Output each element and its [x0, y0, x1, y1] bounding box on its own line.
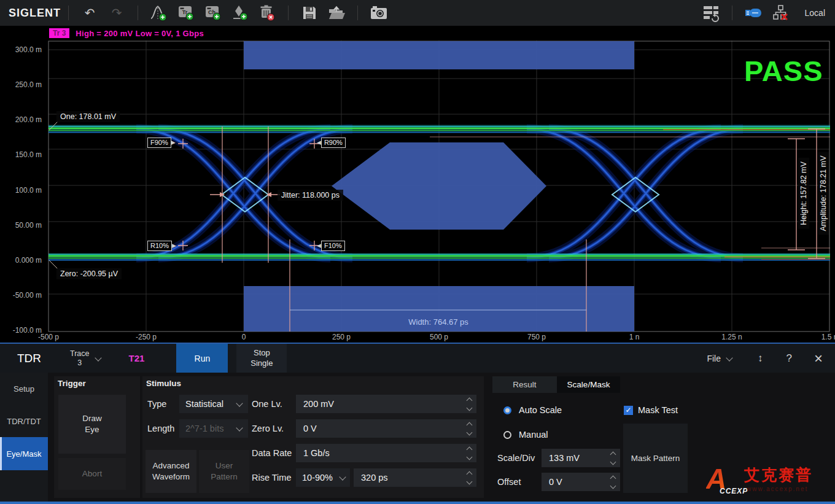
marker-f90-label: F90% — [147, 138, 171, 148]
trace-name[interactable]: T21 — [129, 353, 145, 363]
offset-input[interactable]: 0 V — [542, 473, 620, 491]
y-tick-label: 250.0 m — [0, 80, 42, 90]
add-waveform-button[interactable] — [149, 3, 169, 23]
add-trace-button[interactable]: Tr — [176, 3, 196, 23]
redo-button[interactable]: ↷ — [106, 3, 127, 23]
auto-scale-radio[interactable]: Auto Scale — [503, 405, 562, 415]
spinner-arrows[interactable] — [467, 448, 472, 459]
x-tick-label: 0 — [225, 333, 262, 343]
display-config-button[interactable] — [701, 3, 721, 23]
zero-level-input[interactable]: 0 V — [296, 419, 476, 438]
usb-status-button[interactable] — [743, 3, 764, 23]
file-menu[interactable]: File — [707, 354, 734, 363]
length-label: Length — [147, 419, 174, 438]
spinner-arrows[interactable] — [611, 476, 615, 488]
type-label: Type — [147, 395, 166, 413]
top-toolbar: SIGLENT ↶ ↷ Tr Ch — [0, 0, 835, 26]
draw-eye-button[interactable]: Draw Eye — [58, 395, 126, 454]
accexp-chinese-name: 艾克赛普 — [744, 465, 813, 485]
network-error-icon — [772, 4, 789, 21]
marker-arrow-right-icon: ▶ — [171, 140, 176, 145]
separator — [68, 6, 69, 20]
length-dropdown[interactable]: 2^7-1 bits — [179, 419, 248, 438]
help-button[interactable]: ? — [786, 352, 792, 365]
local-label[interactable]: Local — [805, 8, 825, 18]
delete-button[interactable] — [257, 3, 278, 23]
manual-radio[interactable]: Manual — [503, 430, 548, 440]
undo-button[interactable]: ↶ — [79, 3, 100, 23]
scale-div-input[interactable]: 133 mV — [542, 449, 620, 467]
x-tick-label: 250 p — [323, 333, 360, 343]
trace-selector-value: 3 — [77, 359, 82, 367]
tab-result[interactable]: Result — [492, 376, 557, 393]
chevron-down-icon — [236, 424, 243, 431]
mask-test-checkbox[interactable]: ✓ Mask Test — [624, 405, 678, 415]
spinner-arrows[interactable] — [467, 398, 472, 410]
advanced-waveform-button[interactable]: Advanced Waveform — [146, 450, 196, 493]
marker-arrow-right-icon: ▶ — [172, 243, 176, 249]
abort-button[interactable]: Abort — [58, 458, 126, 490]
trace-summary: High = 200 mV Low = 0V, 1 Gbps — [76, 29, 204, 38]
add-marker-button[interactable] — [230, 3, 251, 23]
scale-div-label: Scale/Div — [497, 449, 535, 467]
spinner-arrows[interactable] — [467, 472, 472, 484]
rise-range-dropdown[interactable]: 10-90% — [296, 468, 350, 487]
height-annotation: Height: 157.82 mV — [798, 158, 809, 229]
zero-level-annotation: Zero: -200.95 µV — [56, 268, 122, 279]
trace-badge[interactable]: Tr 3 — [49, 28, 69, 38]
stop-single-button[interactable]: Stop Single — [236, 344, 287, 373]
radio-selected-icon — [503, 406, 511, 414]
tab-eye-mask[interactable]: Eye/Mask — [0, 437, 48, 470]
chevron-down-icon — [339, 473, 346, 480]
bottom-accent-strip — [0, 502, 835, 504]
checkbox-checked-icon: ✓ — [624, 406, 633, 415]
open-button[interactable] — [326, 3, 347, 23]
network-status-button[interactable] — [770, 3, 791, 23]
one-level-input[interactable]: 200 mV — [296, 395, 476, 413]
y-tick-label: 0.000 m — [0, 255, 42, 265]
x-tick-label: -250 p — [128, 333, 165, 343]
left-tab-bar: Setup TDR/TDT Eye/Mask — [0, 373, 48, 502]
close-button[interactable]: × — [814, 351, 823, 366]
tab-tdr-tdt[interactable]: TDR/TDT — [0, 407, 48, 435]
user-pattern-button[interactable]: User Pattern — [199, 450, 249, 493]
tab-scale-mask[interactable]: Scale/Mask — [557, 376, 620, 393]
zero-level-label: Zero Lv. — [252, 419, 284, 438]
scale-mask-group: Result Scale/Mask Auto Scale Manual Scal… — [491, 373, 706, 502]
rise-time-input[interactable]: 320 ps — [354, 468, 476, 487]
trace-selector[interactable]: Trace 3 — [70, 349, 103, 368]
tab-setup[interactable]: Setup — [0, 374, 48, 403]
marker-arrow-left-icon: ◀ — [317, 140, 321, 145]
y-tick-label: 100.0 m — [0, 185, 42, 195]
trace-info-bar: Tr 3 High = 200 mV Low = 0V, 1 Gbps — [0, 26, 204, 41]
open-icon — [327, 4, 346, 21]
spinner-arrows[interactable] — [611, 452, 615, 464]
rise-time-label: Rise Time — [252, 468, 291, 487]
y-tick-label: 150.0 m — [0, 150, 42, 160]
mask-center-hexagon — [332, 142, 546, 230]
screenshot-icon — [370, 5, 388, 21]
y-tick-label: 50.00 m — [0, 220, 42, 230]
mask-pattern-button[interactable]: Mask Pattern — [623, 424, 688, 493]
data-rate-input[interactable]: 1 Gb/s — [296, 444, 476, 462]
save-button[interactable] — [299, 3, 320, 23]
jitter-annotation: Jitter: 118.000 ps — [278, 190, 343, 201]
marker-arrow-left-icon: ◀ — [317, 243, 321, 249]
spinner-arrows[interactable] — [467, 423, 472, 435]
usb-icon — [744, 7, 763, 19]
panel-header: TDR Trace 3 T21 Run Stop Single File ↕ ?… — [0, 344, 835, 373]
marker-f10-label: F10% — [321, 241, 345, 251]
add-channel-icon: Ch — [204, 4, 222, 22]
run-button[interactable]: Run — [176, 344, 228, 373]
save-icon — [301, 4, 318, 21]
resize-panel-button[interactable]: ↕ — [758, 352, 763, 365]
chevron-down-icon — [726, 354, 732, 361]
screenshot-button[interactable] — [368, 3, 389, 23]
x-tick-label: -500 p — [30, 333, 67, 343]
type-dropdown[interactable]: Statistical — [179, 395, 248, 413]
add-marker-icon — [231, 4, 249, 22]
eye-diagram-canvas — [0, 41, 835, 332]
marker-r10-label: R10% — [147, 241, 172, 251]
add-channel-button[interactable]: Ch — [203, 3, 223, 23]
stimulus-title: Stimulus — [146, 379, 181, 388]
